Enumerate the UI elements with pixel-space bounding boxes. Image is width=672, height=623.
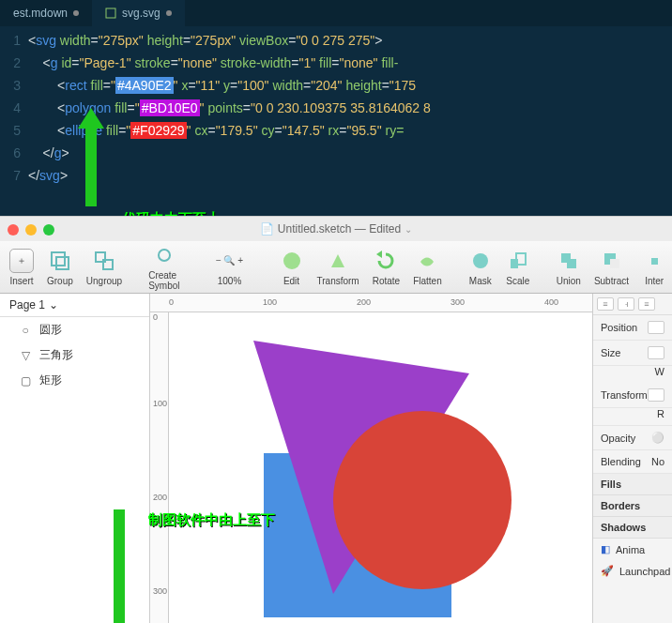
sketch-window: 📄 Untitled.sketch — Edited ⌄ ＋Insert Gro… — [0, 216, 672, 623]
titlebar: 📄 Untitled.sketch — Edited ⌄ — [0, 217, 672, 241]
page-selector[interactable]: Page 1⌄ — [0, 294, 149, 317]
canvas-annotation: 制图软件中由上至下 — [148, 511, 275, 529]
code-line: <rect fill="#4A90E2" x="11" y="100" widt… — [28, 74, 416, 97]
code-line: </svg> — [28, 164, 68, 187]
tab-label: svg.svg — [122, 7, 160, 20]
circle-icon: ○ — [19, 324, 32, 337]
arrow-down-icon — [103, 509, 135, 623]
transform-icon — [328, 251, 348, 271]
inspector-shadows[interactable]: Shadows — [593, 517, 672, 539]
layer-rect[interactable]: ▢矩形 — [0, 368, 149, 393]
artwork — [169, 312, 591, 623]
chevron-down-icon[interactable]: ⌄ — [405, 224, 412, 235]
zoom-control[interactable]: − 🔍 +100% — [203, 249, 257, 286]
code-line: </g> — [28, 142, 69, 164]
scale-icon — [508, 251, 528, 271]
union-button[interactable]: Union — [553, 249, 585, 286]
canvas-stage[interactable] — [169, 312, 592, 623]
group-icon — [50, 251, 70, 271]
union-icon — [558, 251, 579, 271]
svg-point-9 — [473, 253, 488, 268]
svg-marker-7 — [331, 254, 344, 267]
code-editor: est.mdown svg.svg 1<svg width="275px" he… — [0, 0, 672, 216]
mask-icon — [470, 251, 491, 271]
edit-button[interactable]: Edit — [276, 249, 308, 286]
inspector-transform[interactable]: Transform — [593, 383, 672, 408]
inspector: ≡⫞≡ Position Size W Transform R Opacity⚪… — [592, 294, 672, 623]
inspector-position[interactable]: Position — [593, 315, 672, 341]
code-line: <svg width="275px" height="275px" viewBo… — [28, 29, 382, 52]
rotate-button[interactable]: Rotate — [369, 249, 404, 286]
inspector-blending[interactable]: BlendingNo — [593, 450, 672, 474]
shape-ellipse — [333, 411, 512, 589]
mask-button[interactable]: Mask — [465, 249, 496, 286]
editor-tabs: est.mdown svg.svg — [0, 0, 672, 26]
code-line: <g id="Page-1" stroke="none" stroke-widt… — [28, 52, 398, 74]
layer-triangle[interactable]: ▽三角形 — [0, 342, 149, 368]
intersect-icon — [644, 251, 664, 271]
tab-label: est.mdown — [13, 7, 68, 20]
svg-rect-0 — [106, 8, 115, 18]
svg-marker-1 — [78, 108, 104, 206]
flatten-icon — [417, 251, 437, 271]
symbol-icon — [154, 245, 175, 266]
svg-rect-14 — [651, 258, 658, 265]
svg-rect-2 — [52, 252, 65, 266]
square-icon: ▢ — [19, 374, 32, 387]
minimize-icon[interactable] — [25, 224, 37, 236]
arrow-up-icon — [78, 108, 104, 206]
intersect-button[interactable]: Inter — [638, 249, 670, 286]
layer-circle[interactable]: ○圆形 — [0, 317, 149, 342]
rotate-icon — [375, 251, 396, 271]
ungroup-icon — [94, 251, 115, 271]
workspace: Page 1⌄ ○圆形 ▽三角形 ▢矩形 0 100 200 300 400 0… — [0, 294, 672, 623]
insert-button[interactable]: ＋Insert — [6, 249, 38, 286]
canvas[interactable]: 0 100 200 300 400 0 100 200 300 — [150, 294, 592, 623]
svg-rect-13 — [610, 259, 619, 268]
ruler-vertical: 0 100 200 300 — [150, 312, 169, 623]
flatten-button[interactable]: Flatten — [409, 249, 446, 286]
subtract-icon — [602, 251, 622, 271]
group-button[interactable]: Group — [43, 249, 77, 286]
inspector-size[interactable]: Size — [593, 341, 672, 366]
svg-rect-3 — [56, 257, 69, 269]
ruler-horizontal: 0 100 200 300 400 — [150, 294, 592, 312]
ungroup-button[interactable]: Ungroup — [83, 249, 126, 286]
inspector-opacity[interactable]: Opacity⚪ — [593, 426, 672, 450]
maximize-icon[interactable] — [43, 224, 54, 236]
inspector-borders[interactable]: Borders — [593, 495, 672, 517]
plugin-anima[interactable]: ◧Anima — [593, 539, 672, 560]
plugin-launchpad[interactable]: 🚀Launchpad — [593, 560, 672, 582]
inspector-fills[interactable]: Fills — [593, 474, 672, 495]
anima-icon: ◧ — [601, 543, 610, 555]
rocket-icon: 🚀 — [601, 565, 614, 577]
svg-marker-8 — [376, 251, 382, 258]
create-symbol-button[interactable]: Create Symbol — [145, 243, 183, 291]
code-area[interactable]: 1<svg width="275px" height="275px" viewB… — [0, 26, 672, 187]
edit-icon — [282, 251, 302, 271]
subtract-button[interactable]: Subtract — [590, 249, 633, 286]
toolbar: ＋Insert Group Ungroup Create Symbol − 🔍 … — [0, 241, 672, 294]
svg-marker-15 — [103, 509, 135, 623]
triangle-icon: ▽ — [19, 349, 32, 362]
window-title: Untitled.sketch — [278, 222, 352, 236]
tab-mdown[interactable]: est.mdown — [0, 0, 92, 26]
dirty-dot-icon — [73, 10, 79, 16]
chevron-down-icon: ⌄ — [49, 298, 58, 312]
tab-svg[interactable]: svg.svg — [92, 0, 185, 26]
svg-point-6 — [283, 252, 300, 269]
transform-button[interactable]: Transform — [313, 249, 363, 286]
window-controls — [8, 224, 54, 236]
svg-file-icon — [105, 8, 116, 19]
scale-button[interactable]: Scale — [502, 249, 534, 286]
close-icon[interactable] — [8, 224, 19, 236]
dirty-dot-icon — [166, 10, 172, 16]
align-controls[interactable]: ≡⫞≡ — [593, 294, 672, 315]
